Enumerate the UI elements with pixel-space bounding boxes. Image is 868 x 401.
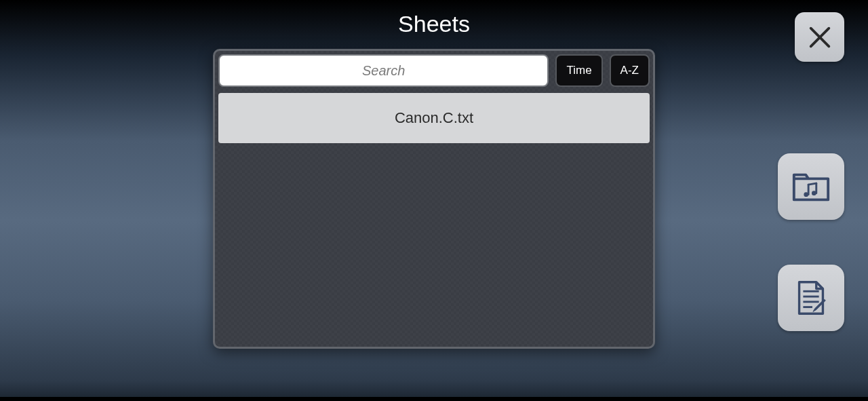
edit-sheet-button[interactable] — [778, 265, 844, 331]
page-title: Sheets — [0, 11, 868, 37]
file-list: Canon.C.txt — [218, 93, 650, 143]
edit-document-icon — [790, 277, 832, 319]
close-button[interactable] — [795, 12, 844, 62]
svg-point-3 — [812, 191, 816, 195]
close-icon — [807, 24, 833, 50]
list-item[interactable]: Canon.C.txt — [218, 93, 650, 143]
music-folder-icon — [790, 166, 832, 208]
sort-time-button[interactable]: Time — [555, 54, 602, 87]
svg-point-2 — [804, 192, 808, 197]
search-input[interactable] — [218, 54, 549, 87]
music-folder-button[interactable] — [778, 153, 844, 220]
search-row: Time A-Z — [218, 54, 650, 88]
bottom-bar — [0, 397, 868, 401]
sheets-panel: Time A-Z Canon.C.txt — [213, 49, 655, 349]
sort-az-button[interactable]: A-Z — [610, 54, 650, 87]
